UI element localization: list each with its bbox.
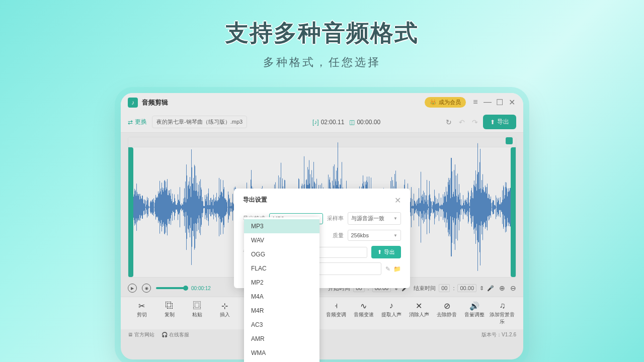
tool-icon: ⊘ [433, 301, 461, 310]
tool-icon: ⿻ [155, 301, 183, 310]
clip-icon: ◫ [349, 119, 355, 126]
hero-title: 支持多种音频格式 [0, 18, 644, 49]
tool-icon: ♪ [377, 301, 405, 310]
quality-label: 质量 [327, 232, 344, 239]
hero-banner: 支持多种音频格式 多种格式，任您选择 [0, 0, 644, 70]
quality-select[interactable]: 256kbs ▼ [348, 230, 401, 241]
dropdown-item-AC3[interactable]: AC3 [244, 318, 319, 332]
dropdown-item-WMA[interactable]: WMA [244, 346, 319, 360]
dropdown-item-FLAC[interactable]: FLAC [244, 261, 319, 276]
mic-icon[interactable]: 🎤 [487, 285, 494, 292]
end-time-label: 结束时间 [414, 285, 436, 292]
redo-icon[interactable]: ↷ [472, 118, 478, 126]
dropdown-item-M4R[interactable]: M4R [244, 304, 319, 318]
duration-icon: [♪] [312, 119, 319, 126]
tool-消除人声[interactable]: ✕消除人声 [405, 301, 433, 325]
dialog-export-button[interactable]: ⬆ 导出 [371, 246, 401, 258]
minimize-icon[interactable]: — [483, 98, 492, 107]
menu-icon[interactable]: ≡ [471, 98, 480, 107]
support-link[interactable]: 🎧 在线客服 [162, 331, 189, 338]
format-dropdown: MP3WAVOGGFLACMP2M4AM4RAC3AMRWMA [244, 217, 319, 362]
tool-icon: ⫞ [322, 301, 350, 310]
end-min[interactable]: 00 [439, 284, 450, 292]
tool-icon: ♫ [489, 301, 516, 310]
undo-icon[interactable]: ↶ [459, 118, 465, 126]
tool-添加背景音乐[interactable]: ♫添加背景音乐 [489, 301, 516, 325]
tool-icon: 🔊 [461, 301, 489, 310]
dialog-title: 导出设置 [243, 196, 267, 205]
replace-icon: ⇄ [128, 119, 133, 126]
folder-icon[interactable]: 📁 [393, 265, 401, 273]
tool-icon: ✂ [128, 301, 155, 310]
tool-复制[interactable]: ⿻复制 [155, 301, 183, 325]
zoom-in-icon[interactable]: ⊕ [499, 284, 505, 292]
zoom-out-icon[interactable]: ⊖ [510, 284, 516, 292]
dropdown-item-AMR[interactable]: AMR [244, 332, 319, 346]
replace-button[interactable]: ⇄ 更换 [128, 118, 147, 126]
vip-button[interactable]: 👑 成为会员 [425, 97, 466, 108]
progress-slider[interactable] [156, 287, 186, 289]
tool-音频变调[interactable]: ⫞音频变调 [322, 301, 350, 325]
chevron-down-icon: ▼ [393, 233, 397, 238]
file-toolbar: ⇄ 更换 夜的第七章-钢琴曲（练习版）.mp3 [♪] 02:00.11 ◫ 0… [121, 112, 523, 133]
tool-icon: ✕ [405, 301, 433, 310]
app-title: 音频剪辑 [142, 98, 168, 107]
tool-音频变速[interactable]: ∿音频变速 [350, 301, 377, 325]
tool-icon: ⊹ [211, 301, 238, 310]
dropdown-item-MP3[interactable]: MP3 [244, 219, 319, 233]
titlebar: ♪ 音频剪辑 👑 成为会员 ≡ — ☐ ✕ [121, 93, 523, 112]
tool-粘贴[interactable]: ⿴粘贴 [183, 301, 211, 325]
crown-icon: 👑 [430, 99, 437, 106]
tool-icon: ∿ [350, 301, 377, 310]
edit-icon[interactable]: ✎ [385, 265, 390, 273]
app-logo-icon: ♪ [128, 98, 138, 108]
stepper-icon[interactable]: ⇕ [479, 285, 484, 292]
upload-icon: ⬆ [490, 119, 495, 126]
chevron-down-icon: ▼ [393, 216, 397, 221]
tool-icon: ⿴ [183, 301, 211, 310]
upload-icon: ⬆ [377, 249, 382, 255]
play-button[interactable]: ▶ [128, 284, 137, 293]
dropdown-item-MP2[interactable]: MP2 [244, 276, 319, 290]
dropdown-item-M4A[interactable]: M4A [244, 290, 319, 304]
play-record-button[interactable]: ◉ [142, 284, 151, 293]
tool-音量调整[interactable]: 🔊音量调整 [461, 301, 489, 325]
dropdown-item-OGG[interactable]: OGG [244, 247, 319, 261]
version-label: 版本号：V1.2.6 [481, 331, 516, 338]
tools-panel: ✂剪切⿻复制⿴粘贴⊹插入↻替换◧保⫞音频变调∿音频变速♪提取人声✕消除人声⊘去除… [121, 297, 523, 329]
tool-剪切[interactable]: ✂剪切 [128, 301, 155, 325]
hero-subtitle: 多种格式，任您选择 [0, 55, 644, 70]
selection-handle-right[interactable] [511, 147, 516, 277]
samplerate-label: 采样率 [327, 215, 344, 222]
tool-提取人声[interactable]: ♪提取人声 [377, 301, 405, 325]
current-time: 00:00:12 [191, 286, 211, 291]
selection-handle-left[interactable] [128, 147, 133, 277]
dropdown-item-WAV[interactable]: WAV [244, 233, 319, 247]
samplerate-select[interactable]: 与源音源一致 ▼ [348, 212, 401, 225]
end-sec[interactable]: 00.00 [457, 284, 476, 292]
dialog-close-icon[interactable]: ✕ [394, 196, 401, 205]
tool-插入[interactable]: ⊹插入 [211, 301, 238, 325]
maximize-icon[interactable]: ☐ [495, 98, 504, 107]
filename-display: 夜的第七章-钢琴曲（练习版）.mp3 [152, 116, 247, 128]
close-icon[interactable]: ✕ [507, 98, 516, 107]
clip-time: ◫ 00:00.00 [349, 119, 380, 126]
export-button[interactable]: ⬆ 导出 [483, 115, 516, 129]
total-time: [♪] 02:00.11 [312, 119, 344, 126]
footer: 🖥 官方网站 🎧 在线客服 版本号：V1.2.6 [121, 329, 523, 340]
website-link[interactable]: 🖥 官方网站 [128, 331, 154, 338]
refresh-icon[interactable]: ↻ [446, 118, 452, 126]
tool-去除静音[interactable]: ⊘去除静音 [433, 301, 461, 325]
